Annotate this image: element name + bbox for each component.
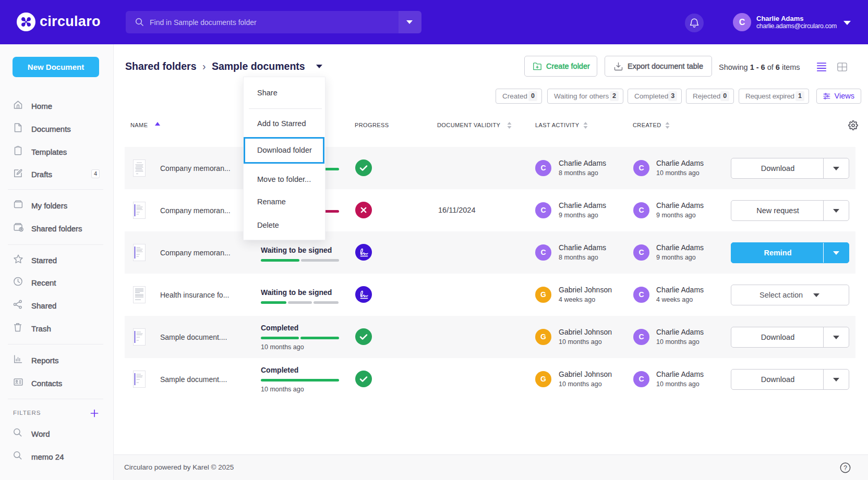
- svg-text:?: ?: [843, 464, 847, 472]
